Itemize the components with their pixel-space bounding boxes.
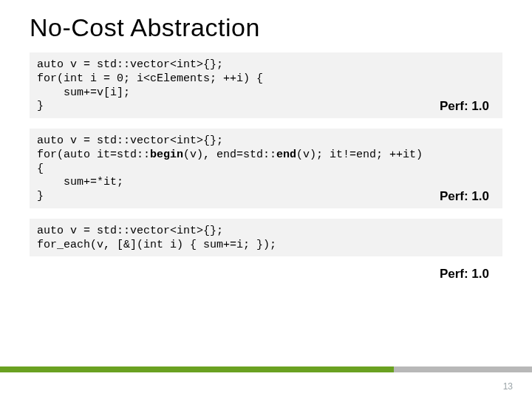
code-text: sum+=v[i]; [37,86,130,99]
code-text: (v); it!=end; ++it) [296,149,423,161]
code-text: auto v = std::vector<int>{}; [37,58,223,71]
page-number: 13 [503,381,513,392]
footer-divider [0,366,532,372]
page-title: No-Cost Abstraction [30,13,502,42]
footer-green [0,366,394,372]
code-text: for_each(v, [&](int i) { sum+=i; }); [37,239,276,251]
code-text: auto v = std::vector<int>{}; [37,134,223,147]
perf-label: Perf: 1.0 [30,267,502,282]
code-text: (v), end=std:: [183,149,276,161]
code-line: } [37,190,495,204]
code-line: { [37,163,495,177]
perf-label: Perf: 1.0 [440,98,489,114]
code-text: end [276,149,296,161]
footer-gray [394,366,532,372]
code-line: for_each(v, [&](int i) { sum+=i; }); [37,239,495,253]
code-line: } [37,100,495,114]
code-text: } [37,100,44,112]
code-text: auto v = std::vector<int>{}; [37,225,223,237]
code-text: } [37,190,44,202]
code-block-2: auto v = std::vector<int>{};for_each(v, … [30,219,502,257]
code-line: auto v = std::vector<int>{}; [37,225,495,239]
code-line: sum+=*it; [37,176,495,190]
code-text: for(int i = 0; i<cElements; ++i) { [37,72,263,85]
code-line: sum+=v[i]; [37,86,495,100]
code-text: sum+=*it; [37,176,123,188]
perf-label: Perf: 1.0 [440,188,489,204]
code-line: auto v = std::vector<int>{}; [37,58,495,72]
code-block-1: auto v = std::vector<int>{};for(auto it=… [30,129,502,208]
code-block-0: auto v = std::vector<int>{};for(int i = … [30,52,502,118]
code-text: for(auto it=std:: [37,149,150,161]
code-line: auto v = std::vector<int>{}; [37,134,495,149]
code-text: { [37,163,44,175]
code-line: for(int i = 0; i<cElements; ++i) { [37,72,495,86]
code-text: begin [150,149,183,161]
code-line: for(auto it=std::begin(v), end=std::end(… [37,149,495,163]
code-blocks: auto v = std::vector<int>{};for(int i = … [30,52,502,282]
